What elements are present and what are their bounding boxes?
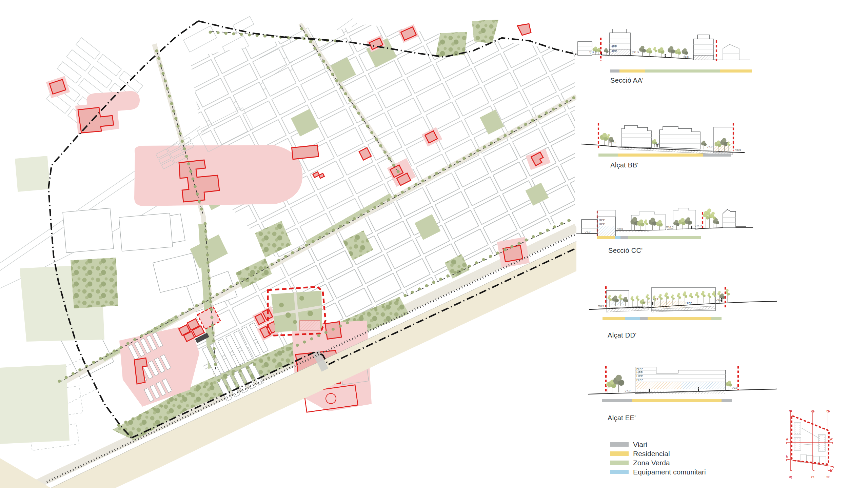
legend-swatch-zona-verda <box>610 461 629 465</box>
hpp-label: HPP <box>599 218 605 222</box>
level-annotation: ▽10.5 <box>666 226 673 229</box>
hpp-label: HPP <box>636 374 643 378</box>
map-canvas <box>0 0 576 488</box>
hpp-label: HPP <box>636 378 643 382</box>
section-label-cc: Secció CC' <box>608 247 643 255</box>
keymap-site-boundary <box>792 416 829 464</box>
zoning-bar-bb <box>598 154 731 157</box>
section-label-aa: Secció AA' <box>610 77 644 84</box>
level-annotation: ▽11.5 <box>632 51 639 54</box>
key-map: B C' D' B' C D A A' E E' <box>786 404 868 488</box>
level-annotation: ▽6.5 <box>735 148 741 151</box>
svg-text:A': A' <box>830 438 833 441</box>
hpp-label: HPP <box>636 367 643 370</box>
svg-text:B': B' <box>788 476 792 479</box>
hpp-label: HPP <box>611 45 617 48</box>
level-annotation: ▽9.0 <box>715 298 722 301</box>
section-drawing-ee: ▽7.0 HPP HPP HPP HPP ▽9.0 <box>587 364 814 403</box>
level-annotation: ▽7.0 <box>625 389 631 392</box>
legend-label: Viari <box>633 441 647 449</box>
legend-label: Residencial <box>633 450 670 458</box>
level-annotation: ▽8.5 <box>598 305 604 308</box>
svg-text:C: C <box>811 476 814 478</box>
legend-swatch-equipament <box>610 470 629 474</box>
level-annotation: ▽9.0 <box>617 227 623 230</box>
svg-text:D: D <box>826 476 830 478</box>
legend: Viari Residencial Zona Verda Equipament … <box>610 440 706 476</box>
section-drawing-dd: ▽8.5 ▽11.0 HPP HPP ▽9.0 <box>587 286 807 324</box>
level-annotation: ▽7.5 <box>707 145 713 148</box>
legend-item-residencial: Residencial <box>610 449 706 458</box>
legend-label: Zona Verda <box>633 459 670 467</box>
level-annotation: ▽11.5 <box>694 224 702 227</box>
level-annotation: ▽8.5 <box>683 55 689 58</box>
hpp-label: HPP <box>636 371 643 374</box>
level-annotation: ▽11.0 <box>643 301 650 304</box>
svg-text:B: B <box>788 410 792 412</box>
keymap-labels: B C' D' B' C D A A' E E' <box>786 410 833 479</box>
section-label-dd: Alçat DD' <box>608 331 636 339</box>
level-annotation: ▽11.5 <box>589 51 597 54</box>
section-drawing-aa: ▽11.5 HPP HPP ▽11.5 ▽8.5 <box>576 29 834 80</box>
legend-swatch-residencial <box>610 451 629 456</box>
svg-text:E': E' <box>830 469 833 472</box>
keymap-section-lines <box>787 411 833 470</box>
zoning-bar-cc <box>597 236 701 239</box>
legend-item-equipament: Equipament comunitari <box>610 467 706 476</box>
site-area <box>268 287 326 336</box>
level-annotation: ▽6.0 <box>585 230 591 233</box>
level-annotation: ▽9.0 <box>732 386 738 389</box>
legend-swatch-viari <box>610 442 629 447</box>
keymap-buildings <box>794 423 826 464</box>
legend-item-viari: Viari <box>610 440 706 449</box>
master-plan-map <box>0 0 576 488</box>
svg-text:D': D' <box>826 410 830 413</box>
level-annotation: ▽8.0 <box>654 142 660 145</box>
svg-text:C': C' <box>811 410 814 413</box>
hpp-label: HPP <box>599 222 605 226</box>
level-annotation: ▽11.0 <box>609 141 616 144</box>
section-label-ee: Alçat EE' <box>608 414 636 422</box>
zoning-bar-ee <box>602 399 732 402</box>
legend-label: Equipament comunitari <box>633 468 706 476</box>
section-drawing-cc: ▽6.0 HPP HPP ▽9.0 ▽10.5 ▽11.5 <box>576 203 858 244</box>
zoning-bar-dd <box>603 317 722 320</box>
svg-text:A: A <box>786 438 788 441</box>
section-drawing-bb: ▽11.0 ▽8.0 ▽7.5 ▽6.5 <box>576 117 837 163</box>
zoning-bar-aa <box>610 69 752 73</box>
svg-text:E: E <box>786 454 788 458</box>
legend-item-zona-verda: Zona Verda <box>610 458 706 467</box>
section-label-bb: Alçat BB' <box>610 161 638 169</box>
